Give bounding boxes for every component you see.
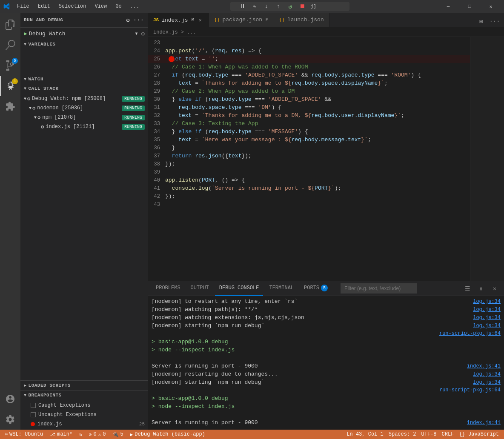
- debug-config-gear[interactable]: ⚙: [141, 30, 145, 37]
- activity-debug[interactable]: 1: [0, 76, 20, 96]
- breakpoint-marker-25[interactable]: [169, 56, 175, 62]
- status-remote-label: WSL: Ubuntu: [9, 431, 43, 437]
- menu-edit[interactable]: Edit: [36, 3, 52, 10]
- menu-selection[interactable]: Selection: [57, 3, 88, 10]
- console-line-3: [nodemon] starting `npm run debug`log.js…: [152, 322, 501, 330]
- status-encoding[interactable]: UTF-8: [420, 430, 438, 439]
- status-eol[interactable]: CRLF: [440, 430, 456, 439]
- minimize-button[interactable]: —: [438, 0, 458, 13]
- activity-settings[interactable]: [0, 409, 20, 430]
- activity-explorer[interactable]: [0, 14, 20, 35]
- status-errors[interactable]: ⊘ 0 ⚠ 0: [87, 430, 108, 439]
- status-spaces[interactable]: Spaces: 2: [387, 430, 418, 439]
- status-sync[interactable]: ↻: [77, 430, 84, 439]
- code-editor[interactable]: 2324app.post('/', (req, res) => {25 let …: [148, 37, 470, 281]
- console-line-6: > node --inspect index.js: [152, 346, 501, 354]
- console-ref-2[interactable]: log.js:34: [473, 315, 501, 321]
- start-debug-icon[interactable]: ▶: [24, 30, 27, 37]
- breakpoints-content: Caught Exceptions Uncaught Exceptions in…: [20, 400, 148, 430]
- tab-bar: JS index.js M ✕ {} package.json M {} lau…: [148, 13, 504, 28]
- remote-icon: ⌗: [5, 432, 8, 437]
- debug-stop-button[interactable]: ⏹: [297, 1, 307, 11]
- run-debug-settings-button[interactable]: ⚙: [125, 16, 130, 25]
- watch-header[interactable]: ▼ WATCH: [20, 74, 148, 84]
- tab-launchjson[interactable]: {} launch.json: [274, 13, 329, 27]
- line-content-38: });: [165, 161, 175, 167]
- panel-close-button[interactable]: ✕: [489, 282, 501, 294]
- breakpoint-line-number: 25: [139, 422, 145, 427]
- panel-collapse-button[interactable]: ∧: [475, 282, 487, 294]
- activity-extensions[interactable]: [0, 96, 20, 117]
- maximize-button[interactable]: □: [460, 0, 479, 13]
- panel-actions: ☰ ∧ ✕: [461, 282, 501, 294]
- callstack-item-1-chevron: ▼: [29, 106, 32, 111]
- console-ref-10[interactable]: log.js:34: [473, 379, 501, 385]
- console-ref-11[interactable]: run-script-pkg.js:64: [439, 387, 501, 393]
- panel-tab-problems[interactable]: PROBLEMS: [152, 281, 185, 296]
- branch-icon: ⎇: [50, 432, 55, 437]
- menu-more[interactable]: ...: [129, 3, 141, 10]
- console-ref-9[interactable]: log.js:34: [473, 371, 501, 377]
- title-bar-search-area: ⏸ ↷ ↓ ↑ ↺ ⏹ j]: [144, 2, 435, 11]
- callstack-header[interactable]: ▼ CALL STACK: [20, 84, 148, 93]
- callstack-item-2-chevron: ▼: [34, 115, 37, 120]
- variables-header[interactable]: ▼ VARIABLES: [20, 40, 148, 49]
- status-debug-watch[interactable]: ▶ Debug Watch (basic-app): [129, 430, 207, 439]
- console-ref-15[interactable]: index.js:41: [467, 420, 501, 426]
- callstack-item-3[interactable]: ⚙ index.js [21121] RUNNING: [20, 122, 148, 131]
- console-ref-8[interactable]: index.js:41: [467, 363, 501, 369]
- debug-config-chevron[interactable]: ▼: [135, 31, 138, 36]
- callstack-chevron: ▼: [24, 86, 27, 91]
- console-ref-0[interactable]: log.js:34: [473, 299, 501, 305]
- panel-tab-ports[interactable]: PORTS 5: [300, 281, 332, 296]
- debug-config-name[interactable]: Debug Watch: [29, 31, 134, 37]
- tab-more-button[interactable]: ···: [489, 15, 501, 27]
- bottom-panel: PROBLEMS OUTPUT DEBUG CONSOLE TERMINAL P…: [148, 281, 504, 430]
- uncaught-exceptions-checkbox[interactable]: [31, 412, 36, 417]
- status-remote[interactable]: ⌗ WSL: Ubuntu: [3, 430, 45, 439]
- activity-search[interactable]: [0, 35, 20, 55]
- debug-step-out-button[interactable]: ↑: [273, 1, 284, 11]
- menu-file[interactable]: File: [15, 3, 31, 10]
- line-number-38: 38: [150, 161, 165, 167]
- debug-pause-button[interactable]: ⏸: [238, 1, 248, 11]
- tab-split-button[interactable]: ⊞: [475, 15, 487, 27]
- console-ref-1[interactable]: log.js:34: [473, 307, 501, 313]
- debug-step-into-button[interactable]: ↓: [261, 1, 272, 11]
- filter-input[interactable]: [341, 283, 417, 294]
- menu-go[interactable]: Go: [114, 3, 123, 10]
- editor-panel-area: 2324app.post('/', (req, res) => {25 let …: [148, 37, 504, 430]
- breakpoint-uncaught[interactable]: Uncaught Exceptions: [20, 410, 148, 419]
- callstack-item-0[interactable]: ▼ ⚙ Debug Watch: npm [25008] RUNNING: [20, 94, 148, 103]
- close-button[interactable]: ✕: [481, 0, 501, 13]
- menu-view[interactable]: View: [93, 3, 109, 10]
- breakpoint-caught[interactable]: Caught Exceptions: [20, 401, 148, 410]
- panel-tab-terminal[interactable]: TERMINAL: [265, 281, 298, 296]
- activity-source-control[interactable]: 5: [0, 55, 20, 76]
- code-line-26: 26 // Case 1: When App was added to the …: [148, 63, 470, 71]
- console-ref-4[interactable]: run-script-pkg.js:64: [439, 331, 501, 336]
- run-debug-more-button[interactable]: ···: [132, 16, 145, 24]
- status-position[interactable]: Ln 43, Col 1: [345, 430, 385, 439]
- status-language[interactable]: {} JavaScript: [457, 430, 501, 439]
- breakpoints-header[interactable]: ▼ BREAKPOINTS: [20, 391, 148, 400]
- callstack-item-1-status: RUNNING: [122, 105, 145, 111]
- console-ref-3[interactable]: log.js:34: [473, 323, 501, 329]
- panel-list-view-button[interactable]: ☰: [461, 282, 473, 294]
- tab-indexjs-close[interactable]: ✕: [197, 17, 203, 23]
- panel-tab-debug-console[interactable]: DEBUG CONSOLE: [215, 281, 263, 296]
- callstack-item-1[interactable]: ▼ ⚙ nodemon [25036] RUNNING: [20, 103, 148, 113]
- tab-indexjs[interactable]: JS index.js M ✕: [148, 13, 209, 27]
- callstack-item-2[interactable]: ▼ ⚙ npm [21078] RUNNING: [20, 113, 148, 122]
- debug-step-over-button[interactable]: ↷: [249, 1, 260, 11]
- panel-tab-output[interactable]: OUTPUT: [186, 281, 213, 296]
- status-debug-count[interactable]: 🔌 5: [111, 430, 125, 439]
- caught-exceptions-checkbox[interactable]: [31, 403, 36, 408]
- status-branch[interactable]: ⎇ main*: [48, 430, 74, 439]
- breakpoint-indexjs[interactable]: index.js 25: [20, 419, 148, 429]
- loaded-scripts-header[interactable]: ▶ LOADED SCRIPTS: [20, 381, 148, 390]
- activity-accounts[interactable]: [0, 389, 20, 409]
- debug-restart-button[interactable]: ↺: [285, 1, 295, 11]
- tab-packagejson[interactable]: {} package.json M: [209, 13, 274, 27]
- line-number-35: 35: [150, 137, 165, 143]
